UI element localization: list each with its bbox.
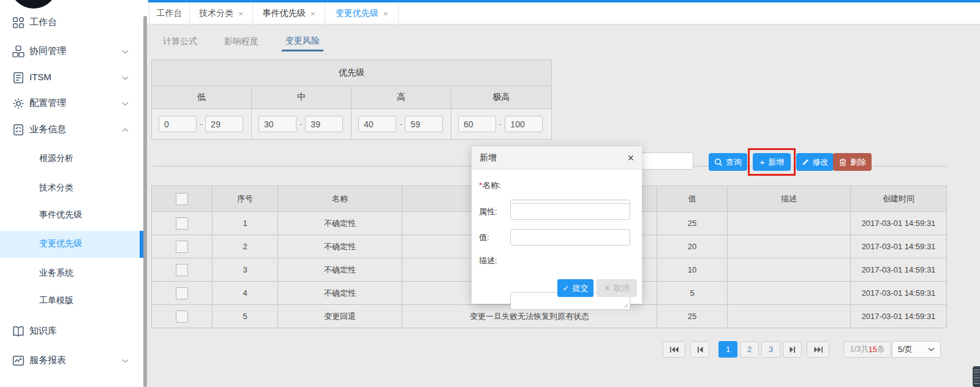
cell-desc bbox=[728, 282, 851, 305]
query-button[interactable]: 查询 bbox=[709, 153, 747, 171]
range-critical-max-input[interactable] bbox=[505, 116, 543, 132]
sidebar-item-label: 变更优先级 bbox=[39, 238, 82, 249]
page-button-3[interactable]: 3 bbox=[761, 341, 780, 358]
cell-value: 25 bbox=[657, 212, 728, 235]
cancel-button[interactable]: ✕ 取消 bbox=[597, 279, 637, 297]
range-high-max-input[interactable] bbox=[405, 116, 443, 132]
sidebar-item-root-analysis[interactable]: 根源分析 bbox=[0, 146, 147, 173]
sidebar-item-service-report[interactable]: 服务报表 bbox=[0, 347, 147, 374]
row-checkbox[interactable] bbox=[176, 287, 188, 299]
sidebar-item-label: ITSM bbox=[29, 72, 51, 82]
first-page-button[interactable] bbox=[663, 341, 685, 358]
range-high-min-input[interactable] bbox=[358, 116, 396, 132]
level-high-header: 高 bbox=[352, 86, 451, 108]
range-dash: - bbox=[499, 119, 502, 129]
prev-page-button[interactable] bbox=[690, 341, 709, 358]
row-checkbox[interactable] bbox=[176, 217, 188, 230]
submit-button[interactable]: ✓ 提交 bbox=[557, 279, 594, 297]
sidebar-item-tech-category[interactable]: 技术分类 bbox=[0, 175, 147, 202]
sidebar-item-change-priority[interactable]: 变更优先级 bbox=[0, 231, 147, 258]
sidebar-item-label: 知识库 bbox=[29, 325, 57, 337]
row-checkbox[interactable] bbox=[176, 310, 188, 323]
logo-avatar[interactable] bbox=[10, 0, 58, 9]
sidebar-item-configuration[interactable]: 配置管理 bbox=[0, 90, 147, 117]
cross-icon: ✕ bbox=[604, 284, 611, 293]
sidebar-item-ticket-template[interactable]: 工单模版 bbox=[0, 288, 147, 315]
page-button-2[interactable]: 2 bbox=[740, 341, 759, 358]
col-header-name: 名称 bbox=[278, 186, 402, 212]
select-all-checkbox[interactable] bbox=[176, 193, 188, 205]
document-icon bbox=[12, 72, 24, 84]
close-icon[interactable]: × bbox=[311, 9, 315, 18]
dialog-header: 新增 × bbox=[472, 146, 642, 170]
book-icon bbox=[12, 325, 24, 337]
last-page-button[interactable] bbox=[807, 341, 829, 358]
tab-workbench[interactable]: 工作台 bbox=[149, 2, 190, 24]
modules-icon bbox=[12, 45, 24, 58]
delete-button[interactable]: 删除 bbox=[833, 153, 872, 171]
attr-input[interactable] bbox=[510, 203, 630, 220]
edit-button[interactable]: 修改 bbox=[796, 153, 834, 171]
tab-incident-priority[interactable]: 事件优先级 × bbox=[253, 2, 325, 24]
sidebar-item-label: 业务系统 bbox=[39, 268, 74, 279]
range-medium-max-input[interactable] bbox=[305, 116, 343, 132]
row-checkbox[interactable] bbox=[176, 241, 188, 253]
sidebar-item-label: 事件优先级 bbox=[39, 209, 82, 220]
range-high: - bbox=[352, 109, 451, 139]
sidebar-item-collaboration[interactable]: 协同管理 bbox=[0, 38, 147, 65]
col-header-desc: 描述 bbox=[728, 186, 851, 212]
sidebar-item-incident-priority[interactable]: 事件优先级 bbox=[0, 202, 147, 229]
cell-created: 2017-03-01 14:59:31 bbox=[851, 212, 947, 235]
range-critical-min-input[interactable] bbox=[458, 116, 496, 132]
range-low-max-input[interactable] bbox=[205, 116, 243, 132]
col-header-seq: 序号 bbox=[213, 186, 278, 212]
cell-created: 2017-03-01 14:59:31 bbox=[851, 235, 947, 258]
range-low-min-input[interactable] bbox=[159, 116, 197, 132]
sidebar-item-business-info[interactable]: 业务信息 bbox=[0, 116, 147, 143]
next-page-button[interactable] bbox=[783, 341, 802, 358]
tab-tech-category[interactable]: 技术分类 × bbox=[190, 2, 253, 24]
add-button[interactable]: + 新增 bbox=[753, 153, 791, 171]
subtab-bar: 计算公式 影响程度 变更风险 bbox=[159, 32, 323, 51]
tab-label: 技术分类 bbox=[199, 8, 233, 19]
level-critical-header: 极高 bbox=[451, 86, 551, 108]
sidebar-item-label: 工作台 bbox=[29, 17, 57, 28]
row-checkbox[interactable] bbox=[176, 264, 188, 276]
cell-name: 不确定性 bbox=[278, 212, 402, 235]
range-low: - bbox=[152, 109, 252, 139]
floating-drag-widget[interactable] bbox=[973, 366, 980, 387]
value-field-label: 值: bbox=[479, 232, 489, 243]
resize-handle-icon[interactable] bbox=[624, 303, 628, 308]
sidebar-item-label: 配置管理 bbox=[29, 97, 66, 109]
sidebar-item-business-system[interactable]: 业务系统 bbox=[0, 260, 147, 287]
report-icon bbox=[12, 355, 24, 367]
subtab-change-risk[interactable]: 变更风险 bbox=[282, 32, 323, 51]
value-input[interactable] bbox=[510, 229, 630, 246]
sidebar-item-label: 工单模版 bbox=[39, 295, 74, 306]
range-medium-min-input[interactable] bbox=[258, 116, 296, 132]
cell-desc bbox=[728, 305, 851, 328]
page-size-select[interactable]: 5/页 bbox=[892, 341, 941, 358]
cell-name: 不确定性 bbox=[278, 235, 402, 258]
subtab-impact-degree[interactable]: 影响程度 bbox=[221, 32, 262, 51]
subtab-calc-formula[interactable]: 计算公式 bbox=[159, 32, 201, 51]
sidebar-item-workbench[interactable]: 工作台 bbox=[0, 9, 147, 36]
pagination-info: 1/3共15条 bbox=[843, 341, 891, 358]
close-icon[interactable]: × bbox=[627, 152, 634, 163]
sidebar-scrollbar[interactable] bbox=[143, 16, 147, 387]
page-button-1[interactable]: 1 bbox=[718, 341, 737, 358]
close-icon[interactable]: × bbox=[383, 9, 388, 18]
sidebar-item-itsm[interactable]: ITSM bbox=[0, 64, 147, 91]
chevron-down-icon bbox=[928, 347, 935, 351]
sidebar-item-knowledge-base[interactable]: 知识库 bbox=[0, 318, 147, 345]
subtab-label: 变更风险 bbox=[285, 36, 320, 47]
trash-icon bbox=[839, 158, 847, 167]
pagination-total-count: 15 bbox=[869, 345, 877, 354]
gear-icon bbox=[12, 97, 24, 110]
col-header-created: 创建时间 bbox=[851, 186, 947, 212]
tab-label: 变更优先级 bbox=[336, 8, 379, 19]
tab-change-priority[interactable]: 变更优先级 × bbox=[325, 2, 399, 24]
cell-seq: 4 bbox=[213, 282, 278, 305]
cell-value: 20 bbox=[657, 235, 728, 258]
close-icon[interactable]: × bbox=[238, 9, 243, 18]
